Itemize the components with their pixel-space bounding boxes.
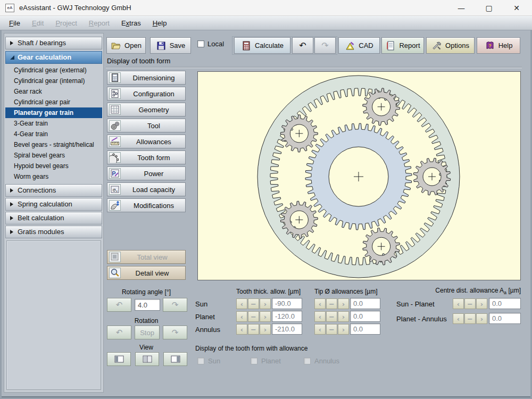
- stepper-decrease-button[interactable]: ‹: [314, 311, 326, 322]
- view-right-button[interactable]: [163, 352, 187, 366]
- stepper-reset-button[interactable]: −: [464, 298, 476, 309]
- stepper-decrease-button[interactable]: ‹: [236, 324, 247, 335]
- sidebar-item-cylindrical-gear-external[interactable]: Cylindrical gear (external): [5, 65, 102, 76]
- report-icon: [385, 40, 396, 51]
- tooth-form-canvas[interactable]: [197, 71, 521, 280]
- menu-report[interactable]: Report: [84, 18, 114, 29]
- sidebar-item-cylindrical-gear-internal[interactable]: Cylindrical gear (internal): [5, 76, 102, 86]
- stepper-increase-button[interactable]: ›: [260, 298, 271, 309]
- configuration-button[interactable]: Configuration: [107, 87, 186, 101]
- cad-button[interactable]: CAD: [338, 37, 380, 54]
- sidebar-item-gear-rack[interactable]: Gear rack: [5, 86, 102, 97]
- maximize-button[interactable]: ▢: [477, 0, 501, 16]
- stepper-increase-button[interactable]: ›: [338, 311, 349, 322]
- tooth-thickness-planet-input[interactable]: -120.0: [272, 311, 302, 322]
- chevron-right-icon: [10, 41, 13, 45]
- undo-button[interactable]: ↶: [292, 37, 313, 54]
- sidebar-item-bevel-gears[interactable]: Bevel gears - straight/helical: [5, 139, 102, 150]
- tip-allowance-planet-input[interactable]: 0.0: [350, 311, 380, 322]
- rotation-cw-button[interactable]: ↷: [163, 326, 187, 339]
- minimize-button[interactable]: —: [449, 0, 473, 16]
- allowance-display-header: Display of the tooth form with allowance: [195, 345, 307, 352]
- save-button[interactable]: Save: [150, 37, 191, 54]
- rotate-step-ccw-button[interactable]: ↶: [107, 298, 131, 312]
- sidebar-item-worm-gears[interactable]: Worm gears: [5, 171, 102, 182]
- stepper-decrease-button[interactable]: ‹: [453, 313, 464, 324]
- menu-help[interactable]: Help: [148, 18, 172, 29]
- stepper-reset-button[interactable]: −: [248, 311, 259, 322]
- stepper-increase-button[interactable]: ›: [338, 324, 349, 335]
- sidebar-section-connections[interactable]: Connections: [5, 184, 102, 197]
- sidebar-item-3-gear-train[interactable]: 3-Gear train: [5, 118, 102, 129]
- stepper-decrease-button[interactable]: ‹: [314, 298, 326, 309]
- modifications-button[interactable]: Modifications: [107, 198, 186, 212]
- stepper-increase-button[interactable]: ›: [338, 298, 349, 309]
- rotation-ccw-button[interactable]: ↶: [107, 326, 131, 339]
- sun-allowance-checkbox[interactable]: [197, 358, 204, 364]
- help-book-icon: ?: [485, 40, 495, 51]
- stepper-reset-button[interactable]: −: [326, 324, 337, 335]
- menu-file[interactable]: File: [4, 18, 25, 29]
- stepper-reset-button[interactable]: −: [248, 324, 259, 335]
- stepper-increase-button[interactable]: ›: [476, 298, 487, 309]
- stepper-reset-button[interactable]: −: [248, 298, 259, 309]
- allowances-button[interactable]: Allowances: [107, 135, 186, 148]
- menu-extras[interactable]: Extras: [117, 18, 146, 29]
- rotating-angle-input[interactable]: 4.0: [135, 299, 160, 311]
- open-button[interactable]: Open: [106, 37, 146, 54]
- menu-edit[interactable]: Edit: [27, 18, 48, 29]
- load-capacity-button[interactable]: σxLoad capacity: [107, 182, 186, 196]
- sidebar-section-spring-calculation[interactable]: Spring calculation: [5, 198, 102, 211]
- rotation-stop-button[interactable]: Stop: [135, 326, 160, 339]
- local-checkbox[interactable]: [197, 40, 204, 47]
- chevron-right-icon: [10, 202, 13, 206]
- stepper-increase-button[interactable]: ›: [260, 311, 271, 322]
- planet-allowance-checkbox[interactable]: [251, 358, 257, 364]
- sidebar-section-gear-calculation[interactable]: Gear calculation: [5, 51, 102, 64]
- tip-allowance-annulus-input[interactable]: 0.0: [350, 323, 380, 335]
- sidebar-item-cylindrical-gear-pair[interactable]: Cylindrical gear pair: [5, 97, 102, 107]
- power-button[interactable]: PPower: [107, 167, 186, 180]
- tooth-form-button[interactable]: Tooth form: [107, 151, 186, 164]
- annulus-allowance-checkbox[interactable]: [304, 358, 311, 364]
- stepper-reset-button[interactable]: −: [326, 311, 337, 322]
- help-button[interactable]: ? Help: [477, 37, 520, 54]
- tip-allowance-sun-input[interactable]: 0.0: [350, 298, 380, 309]
- stepper-reset-button[interactable]: −: [464, 313, 476, 324]
- stepper-decrease-button[interactable]: ‹: [236, 311, 247, 322]
- geometry-button[interactable]: Geometry: [107, 103, 186, 117]
- sidebar-section-shaft-bearings[interactable]: Shaft / bearings: [5, 37, 102, 49]
- options-button[interactable]: Options: [426, 37, 475, 54]
- sidebar-item-planetary-gear-train[interactable]: Planetary gear train: [5, 107, 102, 118]
- redo-button[interactable]: ↷: [314, 37, 336, 54]
- centre-distance-sun-planet-input[interactable]: 0.0: [489, 298, 521, 309]
- stepper-decrease-button[interactable]: ‹: [236, 298, 247, 309]
- planet-annulus-row-label: Planet - Annulus: [396, 315, 447, 323]
- stepper-reset-button[interactable]: −: [326, 298, 337, 309]
- dimensioning-button[interactable]: Dimensioning: [107, 71, 186, 85]
- load-capacity-icon: σx: [109, 184, 121, 195]
- total-view-button[interactable]: Total view: [107, 250, 186, 264]
- tooth-thickness-annulus-input[interactable]: -210.0: [272, 323, 302, 335]
- sidebar-section-belt-calculation[interactable]: Belt calculation: [5, 212, 102, 225]
- rotate-step-cw-button[interactable]: ↷: [163, 298, 187, 312]
- view-left-button[interactable]: [107, 352, 131, 366]
- sidebar-item-hypoid-bevel-gears[interactable]: Hypoid bevel gears: [5, 161, 102, 171]
- sidebar-item-spiral-bevel-gears[interactable]: Spiral bevel gears: [5, 150, 102, 161]
- detail-view-button[interactable]: Detail view: [107, 266, 186, 280]
- centre-distance-planet-annulus-input[interactable]: 0.0: [489, 313, 521, 324]
- stepper-increase-button[interactable]: ›: [260, 324, 271, 335]
- close-button[interactable]: ✕: [504, 0, 529, 16]
- tool-button[interactable]: Tool: [107, 119, 186, 132]
- stepper-increase-button[interactable]: ›: [476, 313, 487, 324]
- tooth-thickness-sun-input[interactable]: -90.0: [272, 298, 302, 309]
- stepper-decrease-button[interactable]: ‹: [453, 298, 464, 309]
- view-split-button[interactable]: [135, 352, 159, 366]
- window-title: eAssistant - GWJ Technology GmbH: [19, 4, 131, 12]
- report-button[interactable]: Report: [381, 37, 424, 54]
- sidebar-item-4-gear-train[interactable]: 4-Gear train: [5, 129, 102, 139]
- menu-project[interactable]: Project: [51, 18, 81, 29]
- calculate-button[interactable]: Calculate: [234, 37, 290, 54]
- stepper-decrease-button[interactable]: ‹: [314, 324, 326, 335]
- sidebar-section-gratis-modules[interactable]: Gratis modules: [5, 226, 102, 238]
